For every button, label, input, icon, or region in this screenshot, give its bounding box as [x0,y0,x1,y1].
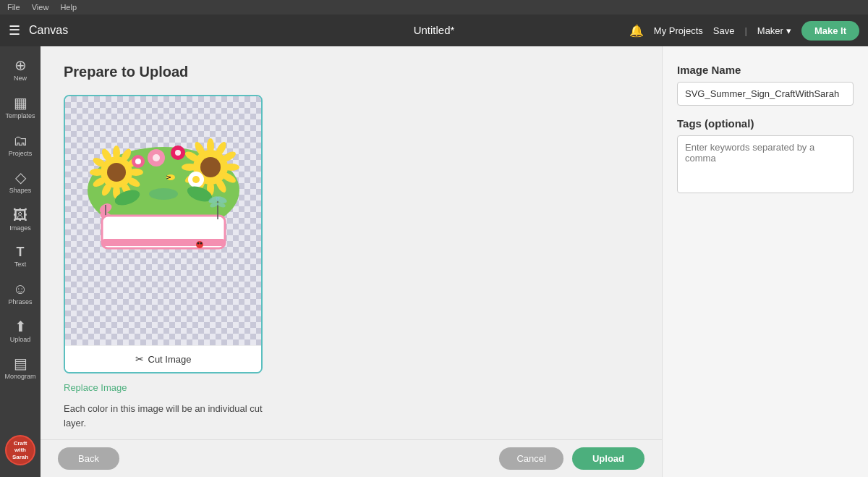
svg-point-26 [182,164,197,171]
sidebar-label-new: New [14,75,27,83]
image-box: ✂ Cut Image [64,95,263,373]
replace-image-link[interactable]: Replace Image [64,382,127,393]
sidebar-label-templates: Templates [5,112,35,120]
sidebar-item-templates[interactable]: ▦ Templates [0,90,41,124]
header-right: 🔔 My Projects Save | Maker ▾ Make It [629,21,859,41]
right-panel: Image Name Tags (optional) [662,46,868,477]
my-projects-button[interactable]: My Projects [654,25,703,36]
projects-icon: 🗂 [13,133,27,148]
cut-image-label: Cut Image [148,354,192,365]
sidebar-item-images[interactable]: 🖼 Images [0,202,41,237]
sidebar-label-shapes: Shapes [9,187,32,195]
menu-file[interactable]: File [7,3,20,12]
sidebar-item-upload[interactable]: ⬆ Upload [0,313,41,348]
tags-input[interactable] [677,135,854,193]
new-icon: ⊕ [14,58,27,72]
checkerboard-background [65,96,261,345]
svg-point-6 [129,169,143,176]
svg-point-34 [135,159,141,164]
templates-icon: ▦ [14,96,27,110]
maker-button[interactable]: Maker ▾ [757,25,791,36]
menu-bar: File View Help [0,0,868,14]
sidebar-label-projects: Projects [9,150,33,158]
cut-image-bar[interactable]: ✂ Cut Image [65,345,261,372]
tags-section: Tags (optional) [677,117,854,196]
svg-point-30 [153,154,160,161]
svg-point-53 [196,241,203,248]
text-icon: T [17,245,25,258]
svg-point-54 [197,242,199,245]
make-it-button[interactable]: Make It [801,21,859,41]
logo-text: CraftwithSarah [12,440,28,461]
description-text: Each color in this image will be an indi… [64,402,263,430]
sidebar-label-phrases: Phrases [8,298,32,306]
sidebar-item-shapes[interactable]: ◇ Shapes [0,164,41,199]
upload-panel: Prepare to Upload [41,46,662,439]
svg-point-17 [207,138,214,154]
cancel-button[interactable]: Cancel [499,447,563,470]
back-button[interactable]: Back [58,447,119,470]
project-name: Untitled* [414,24,455,36]
save-button[interactable]: Save [713,25,735,36]
header-left: ☰ Canvas [9,22,68,38]
svg-point-36 [192,176,200,183]
sidebar-item-projects[interactable]: 🗂 Projects [0,127,41,162]
logo-circle[interactable]: CraftwithSarah [5,435,35,465]
svg-point-12 [90,169,104,176]
svg-point-20 [224,164,239,171]
flower-illustration [84,125,243,270]
image-name-label: Image Name [677,64,854,76]
svg-point-39 [149,188,178,200]
images-icon: 🖼 [13,208,27,222]
monogram-icon: ▤ [14,356,27,371]
sidebar-label-text: Text [14,261,27,269]
tags-label: Tags (optional) [677,117,854,130]
bottom-bar: Back Cancel Upload [41,439,662,477]
chevron-down-icon: ▾ [786,25,791,36]
svg-point-55 [200,242,202,245]
bell-icon[interactable]: 🔔 [629,24,644,38]
image-preview-container: ✂ Cut Image Replace Image Each color in … [64,95,639,430]
header-center: Untitled* [414,24,455,37]
svg-point-16 [200,157,221,177]
sidebar-label-monogram: Monogram [4,373,35,381]
svg-rect-47 [102,239,225,246]
phrases-icon: ☺ [13,282,27,296]
sidebar-item-monogram[interactable]: ▤ Monogram [0,350,41,385]
sidebar-item-text[interactable]: T Text [0,240,41,273]
svg-point-32 [175,150,181,156]
svg-point-2 [107,163,126,182]
panel-title: Prepare to Upload [64,64,639,80]
sidebar-item-phrases[interactable]: ☺ Phrases [0,276,41,311]
canvas-title: Canvas [29,24,68,37]
header-divider: | [744,25,746,36]
image-name-section: Image Name [677,64,854,106]
sidebar-label-images: Images [9,224,31,232]
menu-view[interactable]: View [32,3,49,12]
shapes-icon: ◇ [15,170,26,185]
app-header: ☰ Canvas Untitled* 🔔 My Projects Save | … [0,14,868,46]
sidebar: ⊕ New ▦ Templates 🗂 Projects ◇ Shapes 🖼 … [0,46,41,477]
menu-help[interactable]: Help [60,3,77,12]
sidebar-label-upload: Upload [10,336,31,344]
content-area: Prepare to Upload [41,46,662,477]
hamburger-icon[interactable]: ☰ [9,22,20,38]
scissors-icon: ✂ [135,353,144,365]
sidebar-item-new[interactable]: ⊕ New [0,52,41,87]
svg-point-3 [113,145,120,160]
bottom-right-buttons: Cancel Upload [499,447,644,470]
main-layout: ⊕ New ▦ Templates 🗂 Projects ◇ Shapes 🖼 … [0,46,868,477]
upload-icon: ⬆ [14,319,27,334]
image-name-input[interactable] [677,82,854,106]
upload-button[interactable]: Upload [572,447,644,470]
